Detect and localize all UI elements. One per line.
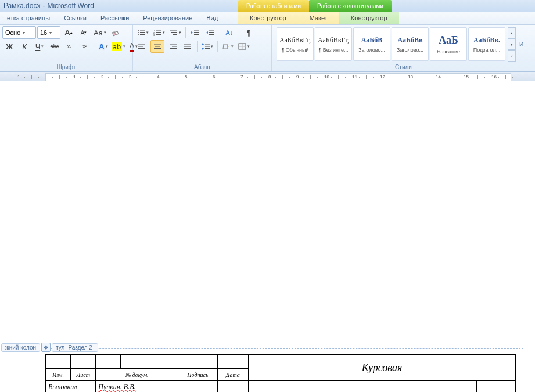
show-marks-button[interactable]: ¶ <box>242 26 256 39</box>
ruler-subtick <box>59 75 60 79</box>
style-card-3[interactable]: АаБбВвЗаголово... <box>392 27 429 61</box>
ruler-subtick <box>345 77 346 78</box>
change-styles-button[interactable]: И <box>519 41 523 48</box>
style-card-4[interactable]: АаБНазвание <box>430 27 467 61</box>
align-left-button[interactable] <box>135 40 149 53</box>
line-spacing-button[interactable] <box>200 40 215 53</box>
style-card-5[interactable]: АаБбВв.Подзагол... <box>468 27 505 61</box>
style-card-2[interactable]: АаБбВЗаголово... <box>353 27 390 61</box>
align-center-button[interactable] <box>150 40 164 53</box>
gost-title-block[interactable]: Курсовая Изм. Лист № докум. Подпись Дата… <box>45 354 516 392</box>
font-size-combo[interactable]: 16▾ <box>37 26 60 39</box>
project-name[interactable]: Адронный коллайдер <box>249 381 437 393</box>
ruler-subtick <box>261 77 262 78</box>
style-label: Заголово... <box>358 47 385 53</box>
subtab-table-design[interactable]: Конструктор <box>238 12 298 24</box>
col-list[interactable]: Лист <box>71 369 96 381</box>
group-paragraph-label: Абзац <box>135 63 269 71</box>
ruler-subtick <box>31 75 32 79</box>
subtab-header-design[interactable]: Конструктор <box>339 12 399 24</box>
ruler-subtick <box>24 77 25 78</box>
style-card-1[interactable]: АаБбВвГг,¶ Без инте... <box>315 27 352 61</box>
justify-button[interactable] <box>181 40 195 53</box>
ruler-subtick <box>275 77 276 78</box>
svg-rect-20 <box>209 30 214 31</box>
contextual-subtabs: Конструктор Макет Конструктор <box>238 12 399 24</box>
borders-button[interactable] <box>236 40 252 53</box>
ruler-tick: 1 <box>17 74 20 80</box>
font-name-combo[interactable]: Осно▾ <box>2 26 36 39</box>
svg-rect-36 <box>205 46 210 47</box>
styles-scroll-up[interactable]: ▴ <box>508 27 516 39</box>
col-docnum[interactable]: № докум. <box>96 369 178 381</box>
align-right-button[interactable] <box>166 40 179 53</box>
anchor-icon[interactable]: ✥ <box>41 343 51 352</box>
group-styles-label: Стили <box>274 63 533 71</box>
subscript-button[interactable]: x₂ <box>63 40 77 53</box>
shading-button[interactable] <box>220 40 235 53</box>
ruler-tick: 9 <box>296 74 299 80</box>
ruler-subtick <box>394 75 394 79</box>
styles-gallery: АаБбВвГг,¶ ОбычныйАаБбВвГг,¶ Без инте...… <box>274 26 533 63</box>
underline-button[interactable]: Ч <box>33 40 46 53</box>
col-izm[interactable]: Изм. <box>46 369 71 381</box>
tab-page-layout[interactable]: етка страницы <box>0 12 57 24</box>
ruler-subtick <box>143 75 143 79</box>
svg-rect-26 <box>154 44 161 45</box>
svg-rect-37 <box>205 48 210 49</box>
numbering-button[interactable]: 123 <box>152 26 167 39</box>
name-author[interactable]: Пупкин. В.В. <box>96 381 178 393</box>
change-case-button[interactable]: Aa <box>92 26 108 39</box>
ruler-subtick <box>234 77 234 78</box>
tab-view[interactable]: Вид <box>199 12 225 24</box>
project-type[interactable]: Курсовая <box>249 355 516 381</box>
role-author[interactable]: Выполнил <box>46 381 96 393</box>
bucket-icon <box>222 43 230 50</box>
svg-rect-25 <box>138 48 145 49</box>
decrease-indent-button[interactable] <box>188 26 202 39</box>
ruler-subtick <box>282 75 283 79</box>
col-date[interactable]: Дата <box>217 369 249 381</box>
multilevel-list-button[interactable] <box>168 26 183 39</box>
tab-references[interactable]: Ссылки <box>57 12 94 24</box>
svg-rect-32 <box>184 44 191 45</box>
bold-button[interactable]: Ж <box>2 40 16 53</box>
superscript-button[interactable]: x² <box>78 40 92 53</box>
italic-button[interactable]: К <box>17 40 31 53</box>
ruler-subtick <box>94 77 95 78</box>
sort-button[interactable]: А↓ <box>222 26 236 39</box>
separator <box>197 41 198 52</box>
context-tab-headers[interactable]: Работа с колонтитулами <box>309 0 392 12</box>
ruler-subtick <box>254 75 255 79</box>
col-sign[interactable]: Подпись <box>178 369 217 381</box>
ruler-subtick <box>317 77 318 78</box>
svg-rect-35 <box>205 44 210 45</box>
tab-review[interactable]: Рецензирование <box>136 12 199 24</box>
ruler-subtick <box>429 77 429 78</box>
footer-tab-left: жний колон <box>1 343 40 352</box>
text-effects-button[interactable]: A <box>96 40 110 53</box>
styles-expand[interactable]: ▿ <box>508 50 516 62</box>
style-card-0[interactable]: АаБбВвГг,¶ Обычный <box>277 27 314 61</box>
styles-scroll-down[interactable]: ▾ <box>508 39 516 51</box>
context-tab-tables[interactable]: Работа с таблицами <box>238 0 309 12</box>
ruler-tick: 5 <box>185 74 187 80</box>
grow-font-button[interactable]: A▴ <box>62 26 76 39</box>
clear-formatting-button[interactable] <box>109 26 123 39</box>
svg-rect-9 <box>156 30 161 31</box>
group-font: Осно▾ 16▾ A▴ A▾ Aa Ж К Ч abc x₂ x² A ab … <box>0 25 133 71</box>
tab-mailings[interactable]: Рассылки <box>94 12 136 24</box>
separator <box>185 27 186 38</box>
ruler-subtick <box>303 77 304 78</box>
bullets-button[interactable] <box>135 26 150 39</box>
strikethrough-button[interactable]: abc <box>48 40 62 53</box>
ruler-subtick <box>164 77 164 78</box>
subtab-table-layout[interactable]: Макет <box>298 12 339 24</box>
document-area[interactable]: жний колон ✥ тул -Раздел 2- Курсовая Изм… <box>0 81 535 392</box>
align-left-icon <box>138 43 146 50</box>
svg-rect-31 <box>170 48 177 49</box>
highlight-button[interactable]: ab <box>112 40 125 53</box>
shrink-font-button[interactable]: A▾ <box>77 26 91 39</box>
increase-indent-button[interactable] <box>203 26 217 39</box>
svg-rect-11 <box>156 32 161 33</box>
